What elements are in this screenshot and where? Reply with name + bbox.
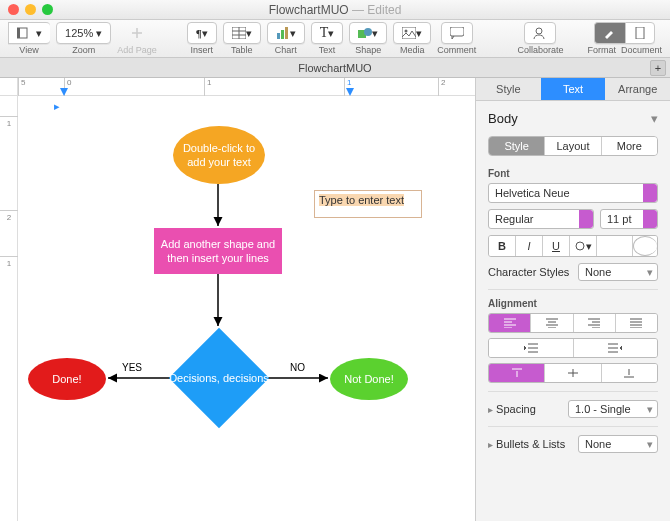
- bold-button[interactable]: B: [489, 236, 516, 256]
- svg-point-7: [364, 28, 372, 36]
- media-icon: [402, 27, 416, 39]
- flowchart-process[interactable]: Add another shape and then insert your l…: [154, 228, 282, 274]
- document-tab[interactable]: FlowchartMUO: [298, 62, 371, 74]
- add-page-button[interactable]: [123, 22, 151, 44]
- bullets-select[interactable]: None▾: [578, 435, 658, 453]
- shape-icon: [358, 27, 372, 39]
- indent-increase-button[interactable]: [574, 339, 658, 357]
- font-size-field[interactable]: 11 pt: [600, 209, 658, 229]
- zoom-label: Zoom: [72, 45, 95, 55]
- text-options-button[interactable]: ▾: [570, 236, 597, 256]
- align-left-icon: [504, 318, 516, 328]
- insert-label: Insert: [191, 45, 214, 55]
- svg-rect-3: [277, 33, 280, 39]
- new-tab-button[interactable]: +: [650, 60, 666, 76]
- align-right-icon: [588, 318, 600, 328]
- char-styles-label: Character Styles: [488, 266, 569, 278]
- comment-label: Comment: [437, 45, 476, 55]
- indent-icon: [608, 343, 622, 353]
- canvas[interactable]: ▸ Double-click to add your text Add anot…: [18, 96, 475, 521]
- table-button[interactable]: ▾: [223, 22, 261, 44]
- valign-top-button[interactable]: [489, 364, 545, 382]
- svg-point-17: [576, 242, 584, 250]
- spacing-select[interactable]: 1.0 - Single▾: [568, 400, 658, 418]
- document-button[interactable]: [625, 22, 655, 44]
- flowchart-decision[interactable]: Decisions, decisions: [169, 328, 269, 428]
- vertical-ruler[interactable]: 1 2 1: [0, 96, 18, 521]
- char-styles-select[interactable]: None▾: [578, 263, 658, 281]
- format-label: Format: [587, 45, 616, 55]
- valign-middle-button[interactable]: [545, 364, 601, 382]
- svg-point-9: [405, 30, 408, 33]
- inspector-tab-arrange[interactable]: Arrange: [605, 78, 670, 101]
- align-left-button[interactable]: [489, 314, 531, 332]
- disclosure-icon[interactable]: ▸: [488, 404, 493, 415]
- underline-button[interactable]: U: [543, 236, 570, 256]
- brush-icon: [603, 27, 617, 39]
- table-label: Table: [231, 45, 253, 55]
- inspector-tab-text[interactable]: Text: [541, 78, 606, 101]
- svg-rect-5: [285, 27, 288, 39]
- media-button[interactable]: ▾: [393, 22, 431, 44]
- flowchart-terminator-notdone[interactable]: Not Done!: [330, 358, 408, 400]
- font-style-select[interactable]: Regular: [488, 209, 594, 229]
- horizontal-ruler[interactable]: 5 0 1 1 2: [18, 78, 475, 96]
- valign-top-icon: [512, 368, 522, 378]
- media-label: Media: [400, 45, 425, 55]
- view-icon: [17, 27, 33, 39]
- valign-bottom-button[interactable]: [602, 364, 657, 382]
- font-family-select[interactable]: Helvetica Neue: [488, 183, 658, 203]
- flowchart-terminator-start[interactable]: Double-click to add your text: [173, 126, 265, 184]
- subtab-more[interactable]: More: [602, 137, 657, 155]
- disclosure-icon[interactable]: ▸: [488, 439, 493, 450]
- person-plus-icon: [533, 27, 547, 39]
- canvas-area: 5 0 1 1 2 1 2 1 ▸ Double-click to add: [0, 78, 475, 521]
- svg-rect-1: [17, 28, 20, 38]
- font-section-label: Font: [488, 168, 658, 179]
- text-box[interactable]: Type to enter text: [314, 190, 422, 218]
- comment-icon: [450, 27, 464, 39]
- svg-rect-10: [450, 27, 464, 36]
- text-button[interactable]: T▾: [311, 22, 344, 44]
- window-title: FlowchartMUO: [269, 3, 349, 17]
- decision-yes-label: YES: [122, 362, 142, 373]
- chevron-down-icon[interactable]: ▾: [651, 111, 658, 126]
- align-center-button[interactable]: [531, 314, 573, 332]
- align-justify-icon: [630, 318, 642, 328]
- svg-rect-12: [636, 27, 644, 39]
- indent-decrease-button[interactable]: [489, 339, 574, 357]
- outdent-icon: [524, 343, 538, 353]
- zoom-select[interactable]: 125% ▾: [56, 22, 111, 44]
- inspector-tab-style[interactable]: Style: [476, 78, 541, 101]
- flowchart-terminator-done[interactable]: Done!: [28, 358, 106, 400]
- subtab-style[interactable]: Style: [489, 137, 545, 155]
- text-label: Text: [319, 45, 336, 55]
- paragraph-style-select[interactable]: Body: [488, 111, 518, 126]
- format-inspector: Style Text Arrange Body ▾ Style Layout M…: [475, 78, 670, 521]
- document-tabstrip: FlowchartMUO +: [0, 58, 670, 78]
- svg-rect-4: [281, 30, 284, 39]
- subtab-layout[interactable]: Layout: [545, 137, 601, 155]
- window-edited: — Edited: [349, 3, 402, 17]
- chart-button[interactable]: ▾: [267, 22, 305, 44]
- collaborate-label: Collaborate: [517, 45, 563, 55]
- view-label: View: [19, 45, 38, 55]
- format-button[interactable]: [594, 22, 625, 44]
- view-button[interactable]: ▾: [8, 22, 50, 44]
- spacing-label: Spacing: [496, 403, 536, 415]
- chart-label: Chart: [275, 45, 297, 55]
- italic-button[interactable]: I: [516, 236, 543, 256]
- align-justify-button[interactable]: [616, 314, 657, 332]
- text-color-swatch[interactable]: [597, 236, 633, 256]
- comment-button[interactable]: [441, 22, 473, 44]
- bullets-label: Bullets & Lists: [496, 438, 565, 450]
- color-picker-button[interactable]: [633, 236, 657, 256]
- svg-point-11: [536, 28, 542, 34]
- collaborate-button[interactable]: [524, 22, 556, 44]
- document-icon: [634, 27, 646, 39]
- align-right-button[interactable]: [574, 314, 616, 332]
- insert-button[interactable]: ¶▾: [187, 22, 217, 44]
- alignment-section-label: Alignment: [488, 298, 658, 309]
- shape-button[interactable]: ▾: [349, 22, 387, 44]
- window-titlebar: FlowchartMUO — Edited: [0, 0, 670, 20]
